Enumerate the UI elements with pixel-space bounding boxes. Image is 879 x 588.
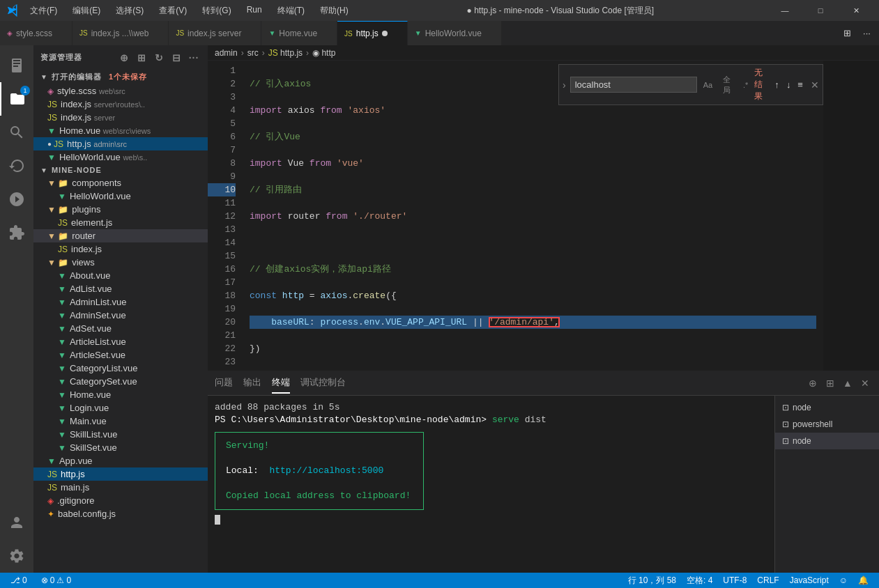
status-indentation[interactable]: 空格: 4 bbox=[683, 575, 716, 587]
open-file-index-js-routes[interactable]: JS index.js server\routes\.. bbox=[33, 98, 208, 111]
panel-tab-problems[interactable]: 问题 bbox=[215, 373, 233, 394]
tab-style-scss[interactable]: ◈ style.scss ✕ bbox=[0, 21, 72, 45]
open-file-index-js-server[interactable]: JS index.js server bbox=[33, 111, 208, 124]
title-bar-menu[interactable]: 文件(F) 编辑(E) 选择(S) 查看(V) 转到(G) Run 终端(T) … bbox=[26, 3, 352, 18]
activity-extensions[interactable] bbox=[0, 216, 33, 249]
menu-goto[interactable]: 转到(G) bbox=[199, 3, 234, 18]
file-babel-config[interactable]: ✦ babel.config.js bbox=[33, 507, 208, 520]
file-app-vue[interactable]: ▼ App.vue bbox=[33, 454, 208, 467]
file-adset-vue[interactable]: ▼ AdSet.vue bbox=[33, 322, 208, 335]
panel-close-button[interactable]: ✕ bbox=[858, 376, 872, 390]
status-language[interactable]: JavaScript bbox=[786, 575, 832, 585]
file-articleset-vue[interactable]: ▼ ArticleSet.vue bbox=[33, 348, 208, 362]
file-helloworld-vue[interactable]: ▼ HelloWorld.vue bbox=[33, 189, 208, 203]
find-input[interactable] bbox=[570, 77, 697, 93]
code-editor[interactable]: 1234567 89101112 13141516171819 20212223… bbox=[208, 61, 879, 371]
open-file-style-scss[interactable]: ◈ style.scss web\src bbox=[33, 84, 208, 98]
terminal-instance-powershell[interactable]: ⊡ powershell bbox=[775, 416, 879, 433]
breadcrumb-src[interactable]: src bbox=[247, 48, 259, 58]
find-next-button[interactable]: ↓ bbox=[784, 77, 793, 93]
file-login-vue[interactable]: ▼ Login.vue bbox=[33, 401, 208, 415]
file-main-vue[interactable]: ▼ Main.vue bbox=[33, 415, 208, 428]
file-home-vue[interactable]: ▼ Home.vue bbox=[33, 388, 208, 401]
breadcrumb-admin[interactable]: admin bbox=[215, 48, 238, 58]
file-adminlist-vue[interactable]: ▼ AdminList.vue bbox=[33, 295, 208, 309]
activity-explorer[interactable] bbox=[0, 49, 33, 82]
activity-search[interactable] bbox=[0, 116, 33, 149]
more-tabs-button[interactable]: ··· bbox=[858, 24, 876, 42]
file-categoryset-vue[interactable]: ▼ CategorySet.vue bbox=[33, 375, 208, 388]
terminal-instance-node-1[interactable]: ⊡ node bbox=[775, 399, 879, 416]
tab-http-js[interactable]: JS http.js ✕ bbox=[337, 21, 408, 45]
tab-index-js-server[interactable]: JS index.js server ✕ bbox=[169, 21, 261, 45]
menu-file[interactable]: 文件(F) bbox=[26, 3, 61, 18]
panel-tab-terminal[interactable]: 终端 bbox=[272, 373, 290, 394]
open-file-http-js[interactable]: ● JS http.js admin\src bbox=[33, 137, 208, 150]
open-editors-header[interactable]: ▼ 打开的编辑器 1个未保存 bbox=[33, 70, 208, 84]
activity-settings[interactable] bbox=[0, 539, 33, 573]
menu-help[interactable]: 帮助(H) bbox=[316, 3, 352, 18]
status-branch[interactable]: ⎇ 0 bbox=[7, 575, 31, 585]
menu-select[interactable]: 选择(S) bbox=[112, 3, 147, 18]
terminal-instance-node-2[interactable]: ⊡ node bbox=[775, 433, 879, 449]
status-feedback-button[interactable]: ☺ bbox=[836, 575, 851, 585]
find-prev-button[interactable]: ↑ bbox=[772, 77, 782, 93]
split-terminal-button[interactable]: ⊞ bbox=[823, 376, 837, 390]
find-more-options-button[interactable]: ≡ bbox=[795, 77, 805, 93]
status-notifications-button[interactable]: 🔔 bbox=[855, 575, 872, 585]
file-gitignore[interactable]: ◈ .gitignore bbox=[33, 494, 208, 507]
split-editor-button[interactable]: ⊞ bbox=[839, 24, 856, 42]
menu-view[interactable]: 查看(V) bbox=[155, 3, 190, 18]
find-close-button[interactable]: ✕ bbox=[811, 79, 819, 91]
tab-index-js-web[interactable]: JS index.js ...\\web ✕ bbox=[72, 21, 169, 45]
folder-views[interactable]: ▼ 📁 views bbox=[33, 256, 208, 269]
breadcrumb-file[interactable]: JS http.js bbox=[268, 48, 303, 58]
file-element-js[interactable]: JS element.js bbox=[33, 216, 208, 229]
panel-tab-debug-console[interactable]: 调试控制台 bbox=[300, 373, 346, 394]
file-skillset-vue[interactable]: ▼ SkillSet.vue bbox=[33, 441, 208, 454]
tab-helloworld-vue[interactable]: ▼ HelloWorld.vue ✕ bbox=[408, 21, 502, 45]
activity-file-explorer[interactable]: 1 bbox=[0, 82, 33, 116]
file-adlist-vue[interactable]: ▼ AdList.vue bbox=[33, 282, 208, 295]
maximize-button[interactable]: □ bbox=[804, 0, 836, 21]
file-main-js[interactable]: JS main.js bbox=[33, 481, 208, 494]
file-router-index-js[interactable]: JS index.js bbox=[33, 242, 208, 256]
refresh-button[interactable]: ↻ bbox=[152, 51, 166, 65]
file-skilllist-vue[interactable]: ▼ SkillList.vue bbox=[33, 428, 208, 441]
file-articlelist-vue[interactable]: ▼ ArticleList.vue bbox=[33, 335, 208, 348]
tab-home-vue[interactable]: ▼ Home.vue ✕ bbox=[261, 21, 337, 45]
breadcrumb-symbol[interactable]: ◉ http bbox=[312, 48, 335, 58]
menu-edit[interactable]: 编辑(E) bbox=[69, 3, 104, 18]
open-file-home-vue[interactable]: ▼ Home.vue web\src\views bbox=[33, 124, 208, 137]
new-terminal-button[interactable]: ⊕ bbox=[806, 376, 820, 390]
match-whole-word-button[interactable]: 全局 bbox=[719, 72, 737, 98]
match-case-button[interactable]: Aa bbox=[699, 79, 717, 91]
minimize-button[interactable]: — bbox=[769, 0, 801, 21]
folder-components[interactable]: ▼ 📁 components bbox=[33, 176, 208, 189]
file-http-js[interactable]: JS http.js bbox=[33, 467, 208, 481]
panel-maximize-button[interactable]: ▲ bbox=[841, 376, 855, 390]
menu-terminal[interactable]: 终端(T) bbox=[274, 3, 308, 18]
terminal-area[interactable]: added 88 packages in 5s PS C:\Users\Admi… bbox=[208, 396, 774, 573]
folder-router[interactable]: ▼ 📁 router bbox=[33, 229, 208, 242]
more-actions-button[interactable]: ··· bbox=[187, 51, 201, 65]
activity-run-debug[interactable] bbox=[0, 183, 33, 216]
folder-plugins[interactable]: ▼ 📁 plugins bbox=[33, 203, 208, 216]
code-content[interactable]: // 引入axios import axios from 'axios' // … bbox=[243, 61, 823, 371]
activity-source-control[interactable] bbox=[0, 149, 33, 183]
file-adminset-vue[interactable]: ▼ AdminSet.vue bbox=[33, 309, 208, 322]
use-regex-button[interactable]: .* bbox=[739, 79, 752, 91]
file-categorylist-vue[interactable]: ▼ CategoryList.vue bbox=[33, 362, 208, 375]
open-file-helloworld-vue[interactable]: ▼ HelloWorld.vue web\s.. bbox=[33, 150, 208, 164]
status-line-ending[interactable]: CRLF bbox=[754, 575, 782, 585]
menu-run[interactable]: Run bbox=[243, 3, 266, 18]
collapse-button[interactable]: ⊟ bbox=[169, 51, 183, 65]
status-cursor-position[interactable]: 行 10，列 58 bbox=[625, 575, 680, 587]
close-button[interactable]: ✕ bbox=[840, 0, 872, 21]
project-header[interactable]: ▼ MINE-NODE bbox=[33, 164, 208, 176]
status-encoding[interactable]: UTF-8 bbox=[719, 575, 750, 585]
file-about-vue[interactable]: ▼ About.vue bbox=[33, 269, 208, 282]
activity-account[interactable] bbox=[0, 506, 33, 539]
status-errors[interactable]: ⊗ 0 ⚠ 0 bbox=[38, 575, 75, 585]
new-file-button[interactable]: ⊕ bbox=[117, 51, 131, 65]
